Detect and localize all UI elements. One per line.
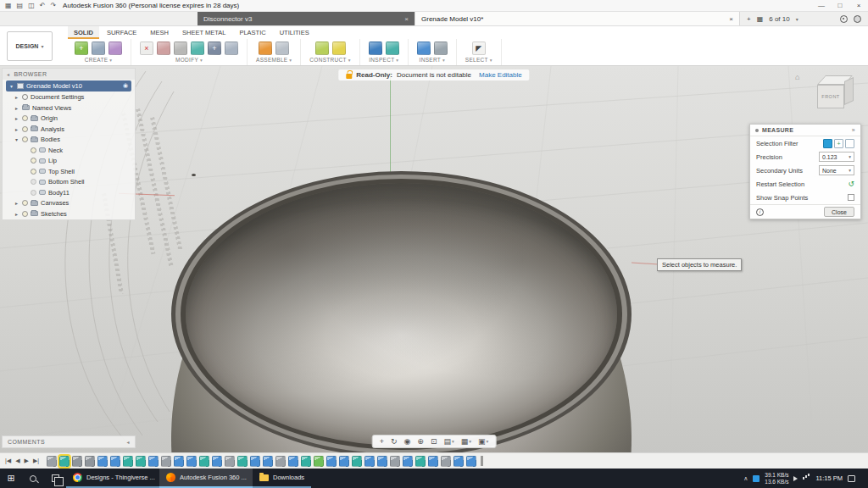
visibility-bulb-icon[interactable]	[22, 211, 28, 217]
timeline-feature-icon[interactable]	[72, 456, 82, 467]
display-settings-icon[interactable]: ▤▾	[443, 437, 453, 446]
timeline-feature-icon[interactable]	[174, 456, 184, 467]
filter-body-icon[interactable]	[834, 139, 843, 148]
restart-selection-icon[interactable]: ↺	[848, 180, 854, 188]
expand-arrow-icon[interactable]: ▸	[14, 200, 19, 206]
timeline-feature-icon[interactable]	[441, 456, 451, 467]
home-view-icon[interactable]: ⌂	[795, 73, 799, 81]
ribbon-group-label[interactable]: CONSTRUCT	[309, 57, 350, 63]
move-copy-icon[interactable]: +	[208, 42, 221, 55]
ribbon-group-label[interactable]: INSPECT	[369, 57, 398, 63]
expand-arrow-icon[interactable]: ▸	[14, 105, 19, 111]
viewports-icon[interactable]: ▣▾	[478, 437, 488, 446]
new-component-icon[interactable]: +	[75, 42, 88, 55]
browser-item-sketches[interactable]: ▸Sketches	[3, 208, 135, 219]
filter-face-icon[interactable]	[845, 139, 854, 148]
timeline-feature-icon[interactable]	[250, 456, 260, 467]
browser-item-body11[interactable]: Body11	[3, 187, 135, 198]
timeline-feature-icon[interactable]	[364, 456, 375, 467]
expand-arrow-icon[interactable]: ▸	[14, 94, 19, 100]
viewcube-right-face[interactable]	[844, 77, 854, 105]
timeline-feature-icon[interactable]	[390, 456, 400, 467]
timeline-feature-icon[interactable]	[326, 456, 337, 467]
insert-canvas-icon[interactable]	[417, 42, 431, 55]
redo-icon[interactable]: ↷	[50, 2, 56, 9]
save-icon[interactable]: ◫	[28, 2, 35, 9]
tray-app-icon[interactable]	[753, 475, 760, 482]
align-icon[interactable]	[225, 42, 238, 55]
start-button[interactable]: ⊞	[0, 469, 22, 488]
visibility-bulb-icon[interactable]	[31, 169, 36, 175]
visibility-bulb-icon[interactable]	[31, 190, 36, 196]
timeline-feature-icon[interactable]	[377, 456, 387, 467]
timeline-feature-icon[interactable]	[97, 456, 108, 467]
ribbon-tab-utilities[interactable]: UTILITIES	[274, 26, 315, 39]
select-cursor-icon[interactable]: ◤	[472, 42, 486, 55]
visibility-bulb-icon[interactable]	[22, 200, 28, 206]
timeline-feature-icon[interactable]	[275, 456, 286, 467]
maximize-button[interactable]: □	[831, 0, 849, 12]
expand-arrow-icon[interactable]: ▸	[14, 211, 19, 217]
secondary-units-dropdown[interactable]: None	[819, 165, 854, 175]
taskbar-clock[interactable]: 11:15 PM	[815, 474, 843, 482]
ribbon-group-label[interactable]: SELECT	[465, 57, 492, 63]
timeline-feature-icon[interactable]	[453, 456, 464, 467]
ribbon-group-label[interactable]: CREATE	[85, 57, 113, 63]
precision-dropdown[interactable]: 0.123	[819, 152, 854, 162]
timeline-feature-icon[interactable]	[161, 456, 171, 467]
info-icon[interactable]: i	[756, 208, 764, 216]
timeline-feature-icon[interactable]	[288, 456, 298, 467]
timeline-feature-icon[interactable]	[301, 456, 311, 467]
activate-component-icon[interactable]: ◉	[123, 82, 128, 89]
ribbon-tab-sheet-metal[interactable]: SHEET METAL	[176, 26, 231, 39]
measure-icon[interactable]	[369, 42, 382, 55]
timeline-feature-icon[interactable]	[47, 456, 57, 467]
timeline-end-marker[interactable]	[481, 456, 483, 466]
undock-dialog-icon[interactable]: »	[852, 127, 855, 133]
taskbar-app-downloads[interactable]: Downloads	[253, 469, 311, 488]
volume-icon[interactable]	[793, 476, 798, 481]
settings-gear-icon[interactable]	[840, 15, 848, 23]
play-button[interactable]: ▶	[25, 458, 29, 464]
expand-arrow-icon[interactable]: ▸	[14, 115, 19, 121]
make-editable-link[interactable]: Make Editable	[479, 71, 522, 79]
timeline-feature-icon[interactable]	[136, 456, 146, 467]
undo-icon[interactable]: ↶	[40, 2, 46, 9]
taskbar-app-browser[interactable]: Designs - Thingiverse ...	[66, 469, 159, 488]
pan-icon[interactable]: +	[380, 437, 384, 446]
search-button[interactable]	[22, 469, 44, 488]
dialog-handle-icon[interactable]	[755, 129, 759, 132]
go-to-end-button[interactable]: ▶|	[33, 458, 39, 464]
browser-item-lip[interactable]: Lip	[3, 156, 135, 167]
fillet-icon[interactable]	[174, 42, 187, 55]
model-interior-surface[interactable]	[186, 183, 617, 446]
close-dialog-button[interactable]: Close	[824, 207, 854, 217]
ribbon-group-label[interactable]: INSERT	[420, 57, 445, 63]
viewcube-front-face[interactable]: FRONT	[817, 85, 844, 108]
shell-icon[interactable]	[191, 42, 204, 55]
timeline-feature-icon[interactable]	[466, 456, 476, 467]
ribbon-tab-solid[interactable]: SOLID	[68, 26, 99, 39]
expand-arrow-icon[interactable]: ▾	[8, 83, 14, 89]
timeline-feature-icon[interactable]	[212, 456, 222, 467]
comments-panel[interactable]: COMMENTS ◂	[2, 435, 136, 448]
assemble-new-component-icon[interactable]	[259, 42, 272, 55]
new-tab-button[interactable]: +	[747, 15, 751, 23]
create-form-icon[interactable]	[108, 42, 122, 55]
browser-item-analysis[interactable]: ▸Analysis	[3, 124, 135, 135]
profile-icon[interactable]	[854, 15, 861, 23]
viewport-canvas[interactable]: Read-Only: Document is not editable Make…	[0, 66, 868, 452]
taskbar-app-fusion[interactable]: Autodesk Fusion 360 ...	[159, 469, 253, 488]
tray-expand-icon[interactable]: ∧	[743, 475, 748, 482]
app-grid-icon[interactable]: ▦	[5, 2, 12, 9]
fit-icon[interactable]: ⊡	[431, 437, 437, 446]
browser-item-grenade-model-v10[interactable]: ▾Grenade Model v10◉	[6, 80, 131, 92]
expand-arrow-icon[interactable]: ▸	[14, 126, 19, 132]
browser-item-neck[interactable]: Neck	[3, 145, 135, 156]
file-menu-icon[interactable]: ▤	[17, 2, 24, 9]
browser-item-document-settings[interactable]: ▸Document Settings	[3, 92, 135, 103]
browser-item-canvases[interactable]: ▸Canvases	[3, 198, 135, 209]
timeline-feature-icon[interactable]	[123, 456, 133, 467]
grid-settings-icon[interactable]: ▦▾	[461, 437, 471, 446]
section-analysis-icon[interactable]	[386, 42, 399, 55]
